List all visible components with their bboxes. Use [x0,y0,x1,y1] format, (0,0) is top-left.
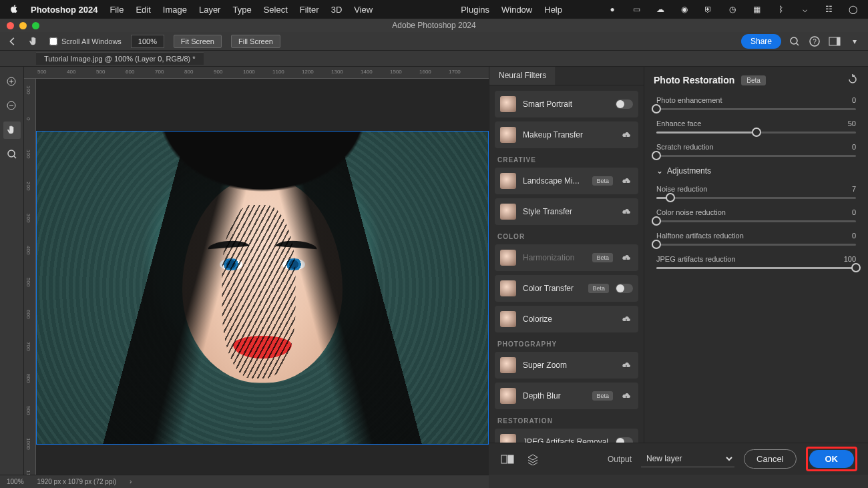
menu-type[interactable]: Type [232,5,251,15]
window-title: Adobe Photoshop 2024 [392,21,475,30]
slider-thumb[interactable] [652,240,661,249]
filter-label: Colorize [523,314,613,324]
workspace-dropdown-icon[interactable]: ▾ [848,35,861,48]
fill-screen-button[interactable]: Fill Screen [231,35,280,48]
download-icon[interactable] [620,251,633,264]
output-select[interactable]: New layer [641,451,734,467]
menu-window[interactable]: Window [501,5,532,15]
slider-thumb[interactable] [652,151,661,160]
menu-layer[interactable]: Layer [199,5,221,15]
help-icon[interactable]: ? [808,35,821,48]
apple-logo-icon[interactable] [9,4,19,15]
slider-group: Photo enhancement0 [656,96,856,110]
slider-track[interactable] [656,244,856,246]
menu-3d[interactable]: 3D [331,5,343,15]
slider-group: Enhance face50 [656,119,856,134]
user-icon[interactable]: ◯ [847,3,859,15]
wifi-icon[interactable]: ⌵ [799,3,811,15]
slider-thumb[interactable] [752,128,761,137]
cloud-icon[interactable]: ☁ [654,3,666,15]
slider-track[interactable] [656,108,856,110]
filter-thumb-icon [500,357,516,373]
slider-thumb[interactable] [851,263,861,272]
slider-track[interactable] [656,267,856,269]
slider-track[interactable] [656,132,856,134]
settings-beta-badge: Beta [741,75,766,85]
document-tab-bar: Tutorial Image.jpg @ 100% (Layer 0, RGB/… [0,51,868,67]
tool-palette [0,67,24,475]
filter-item[interactable]: Depth BlurBeta [495,383,638,409]
cancel-button[interactable]: Cancel [744,449,796,469]
filter-item[interactable]: Smart Portrait [495,91,638,117]
neural-filters-tab[interactable]: Neural Filters [489,67,556,85]
menu-plugins[interactable]: Plugins [461,5,489,15]
document-tab[interactable]: Tutorial Image.jpg @ 100% (Layer 0, RGB/… [36,52,204,65]
close-window-button[interactable] [7,22,14,29]
slider-thumb[interactable] [652,216,661,226]
canvas[interactable] [36,79,489,475]
menu-edit[interactable]: Edit [136,5,150,15]
menu-help[interactable]: Help [544,5,562,15]
filter-item[interactable]: Style Transfer [495,198,638,225]
ok-button[interactable]: OK [809,450,855,468]
preview-toggle-icon[interactable] [499,451,515,467]
download-icon[interactable] [620,389,633,403]
zoom-input[interactable] [131,35,164,48]
layers-icon[interactable] [525,451,541,467]
bluetooth-icon[interactable]: ᛒ [775,3,787,15]
download-icon[interactable] [620,128,633,142]
app-indicator-icon[interactable]: ▦ [750,3,763,15]
filter-label: Landscape Mi... [523,176,586,186]
slider-track[interactable] [656,155,856,157]
download-icon[interactable] [620,205,633,218]
maximize-window-button[interactable] [32,22,39,29]
filter-category-header: CREATIVE [497,156,636,164]
filter-item[interactable]: Color TransferBeta [495,275,638,302]
menu-image[interactable]: Image [163,5,187,15]
shield-icon[interactable]: ⛨ [702,3,714,15]
svg-rect-9 [508,455,513,463]
slider-value: 0 [852,96,856,104]
adjustments-header[interactable]: ⌄Adjustments [656,166,856,176]
slider-label: Noise reduction [656,185,707,193]
slider-track[interactable] [656,220,856,222]
scroll-all-windows-checkbox[interactable]: Scroll All Windows [49,37,122,45]
filter-item[interactable]: Landscape Mi...Beta [495,168,638,194]
slider-track[interactable] [656,197,856,199]
filter-item[interactable]: HarmonizationBeta [495,244,638,271]
filter-item[interactable]: Super Zoom [495,352,638,379]
screen-icon[interactable]: ▭ [630,3,642,15]
menu-view[interactable]: View [354,5,373,15]
mac-menubar: Photoshop 2024 File Edit Image Layer Typ… [0,0,868,19]
menu-file[interactable]: File [110,5,124,15]
menu-select[interactable]: Select [264,5,288,15]
cc-sync-icon[interactable]: ◉ [678,3,690,15]
search-icon[interactable] [788,35,801,48]
filter-toggle[interactable] [616,284,633,293]
slider-thumb[interactable] [666,193,675,202]
scroll-all-label: Scroll All Windows [61,37,122,45]
filter-item[interactable]: Colorize [495,306,638,332]
download-icon[interactable] [620,358,633,372]
share-button[interactable]: Share [741,34,781,49]
workspace-icon[interactable] [828,35,841,48]
zoom-tool-button[interactable] [3,146,21,163]
control-center-icon[interactable]: ☷ [823,3,835,15]
menu-filter[interactable]: Filter [300,5,319,15]
zoom-out-tool-icon[interactable] [3,97,21,115]
fit-screen-button[interactable]: Fit Screen [174,35,222,48]
filter-item[interactable]: Makeup Transfer [495,121,638,148]
hand-tool-button[interactable] [3,121,21,139]
download-icon[interactable] [620,312,633,326]
record-icon[interactable]: ● [606,3,618,15]
filter-thumb-icon [500,173,516,189]
back-button[interactable] [7,35,19,47]
minimize-window-button[interactable] [19,22,27,29]
filter-toggle[interactable] [616,99,633,109]
download-icon[interactable] [620,174,633,188]
reset-icon[interactable] [847,73,859,87]
zoom-in-tool-icon[interactable] [3,73,21,91]
status-chevron-icon[interactable]: › [130,478,132,485]
slider-thumb[interactable] [652,104,661,113]
clock-icon[interactable]: ◷ [726,3,738,15]
